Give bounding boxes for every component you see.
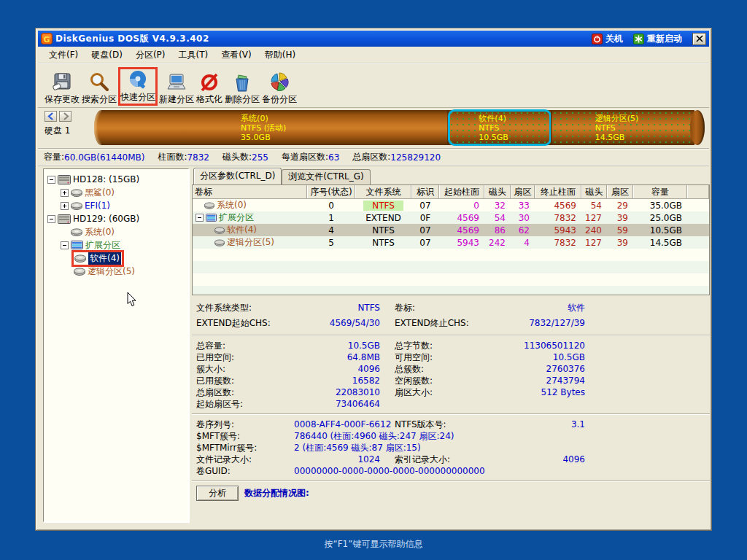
save-changes-button[interactable]: 保存更改 (44, 70, 80, 106)
segment-size: 10.5GB (479, 133, 521, 142)
cell-seq: 5 (307, 236, 355, 249)
detail-value: NTFS (294, 300, 380, 316)
tree-item-hd128[interactable]: HD128: (15GB) (44, 173, 188, 186)
tree-item-label: 黑鲨(0) (85, 187, 115, 199)
delete-partition-icon (231, 71, 254, 93)
detail-value: 73406464 (294, 398, 380, 410)
col-filesystem[interactable]: 文件系统 (355, 185, 411, 198)
section-divider (192, 413, 710, 415)
backup-partition-button[interactable]: 备份分区 (261, 70, 298, 106)
col-end-cyl[interactable]: 终止柱面 (535, 185, 581, 198)
col-start-sector[interactable]: 扇区 (511, 185, 535, 198)
col-filler (687, 185, 709, 198)
tree-item-heisha[interactable]: 黑鲨(0) (44, 186, 188, 199)
capacity-label: 容量: (44, 151, 64, 163)
col-start-head[interactable]: 磁头 (484, 185, 511, 198)
close-button[interactable] (692, 33, 706, 45)
cell-capacity: 14.5GB (633, 236, 687, 249)
detail-label: 已用空间: (196, 351, 294, 363)
partition-icon (74, 268, 85, 276)
segment-size: 14.5GB (595, 133, 652, 142)
detail-label: 文件记录大小: (196, 454, 294, 465)
cell-fs: EXTEND (355, 211, 411, 224)
detail-value: 10.5GB (294, 340, 380, 351)
detail-value: 0008-AFF4-000F-6612 (294, 419, 391, 430)
partition-icon (74, 254, 86, 262)
search-partition-icon (88, 71, 111, 93)
partition-icon (71, 202, 82, 210)
cell-id: 07 (411, 199, 439, 211)
quick-partition-button[interactable]: 快速分区 (118, 67, 158, 106)
col-id[interactable]: 标识 (411, 185, 439, 198)
disk-segment-system[interactable]: 系统(0) NTFS (活动) 35.0GB (101, 110, 447, 145)
table-row-system[interactable]: 系统(0) 0 NTFS 07 0 32 33 4569 54 29 35.0G… (193, 199, 709, 211)
tab-browse-files[interactable]: 浏览文件(CTRL_G) (282, 169, 370, 184)
expand-toggle-icon[interactable] (61, 189, 69, 197)
detail-value: 786440 (柱面:4960 磁头:247 扇区:24) (294, 430, 454, 442)
arrow-right-icon (62, 112, 69, 120)
tree-item-software[interactable]: 软件(4) (44, 252, 188, 265)
new-partition-button[interactable]: 新建分区 (158, 70, 195, 106)
menu-file[interactable]: 文件(F) (42, 47, 85, 63)
restart-button[interactable]: 重新启动 (633, 33, 682, 45)
collapse-toggle-icon[interactable] (61, 241, 69, 249)
cell-start-head: 54 (484, 211, 511, 224)
cell-end-sector: 39 (607, 236, 633, 249)
detail-label: 空闲簇数: (395, 375, 433, 386)
tree-item-system[interactable]: 系统(0) (44, 225, 188, 238)
collapse-toggle-icon[interactable] (47, 215, 55, 223)
col-start-cyl[interactable]: 起始柱面 (439, 185, 484, 198)
delete-partition-button[interactable]: 删除分区 (224, 70, 260, 106)
detail-value: 4096 (294, 363, 380, 375)
menu-partition[interactable]: 分区(P) (129, 47, 172, 63)
next-disk-button[interactable] (59, 111, 71, 122)
table-row-software-selected[interactable]: 软件(4) 4 NTFS 07 4569 86 62 5943 240 59 1… (193, 224, 709, 236)
col-seq-status[interactable]: 序号(状态) (307, 185, 355, 198)
detail-value: 11306501120 (452, 340, 585, 351)
tree-item-hd129[interactable]: HD129: (60GB) (44, 212, 188, 225)
col-capacity[interactable]: 容量 (633, 185, 687, 198)
restart-icon (633, 34, 644, 44)
menu-tools[interactable]: 工具(T) (171, 47, 214, 63)
table-row-extended[interactable]: 扩展分区 1 EXTEND 0F 4569 54 30 7832 127 39 … (193, 211, 709, 224)
collapse-toggle-icon[interactable] (47, 176, 55, 184)
partition-icon (214, 227, 225, 234)
table-row-logical[interactable]: 逻辑分区(5) 5 NTFS 07 5943 242 4 7832 127 39… (193, 236, 709, 249)
cell-name: 逻辑分区(5) (227, 236, 274, 249)
disk-segment-logical[interactable]: 逻辑分区(5) NTFS 14.5GB (551, 110, 694, 145)
title-bar[interactable]: G DiskGenius DOS版 V4.9.3.402 关机 重新启动 (38, 31, 709, 47)
detail-value: 10.5GB (452, 351, 585, 363)
col-volume-label[interactable]: 卷标 (193, 185, 307, 198)
cell-fs-active: NTFS (363, 201, 403, 211)
disk-segment-software[interactable]: 软件(4) NTFS 10.5GB (447, 110, 551, 145)
search-partition-button[interactable]: 搜索分区 (81, 70, 117, 106)
cell-end-sector: 39 (607, 211, 633, 224)
cell-end-sector: 59 (607, 224, 633, 236)
col-end-sector[interactable]: 扇区 (607, 185, 633, 198)
allocation-map-label: 数据分配情况图: (244, 487, 309, 499)
col-end-head[interactable]: 磁头 (581, 185, 607, 198)
detail-value: 7832/127/39 (452, 316, 585, 331)
tree-item-logical[interactable]: 逻辑分区(5) (44, 265, 188, 278)
menu-help[interactable]: 帮助(H) (258, 47, 302, 63)
format-button[interactable]: 格式化 (196, 70, 223, 106)
tab-partition-params[interactable]: 分区参数(CTRL_D) (193, 168, 282, 184)
backup-partition-icon (268, 71, 291, 93)
analyze-button[interactable]: 分析 (196, 486, 239, 501)
cell-start-sector: 4 (511, 236, 535, 249)
menu-disk[interactable]: 硬盘(D) (85, 47, 129, 63)
prev-disk-button[interactable] (44, 111, 57, 122)
quick-partition-label: 快速分区 (120, 91, 155, 104)
collapse-toggle-icon[interactable] (196, 214, 204, 222)
tree-item-efi[interactable]: EFI(1) (44, 199, 188, 212)
menu-view[interactable]: 查看(V) (214, 47, 258, 63)
shutdown-button[interactable]: 关机 (592, 33, 623, 45)
expand-toggle-icon[interactable] (61, 202, 69, 210)
restart-label: 重新启动 (647, 33, 682, 45)
tree-item-label: 软件(4) (88, 252, 121, 265)
window-title: DiskGenius DOS版 V4.9.3.402 (55, 33, 581, 45)
segment-name: 系统(0) (241, 114, 308, 123)
disk-label: 硬盘 1 (44, 125, 91, 137)
cell-capacity: 35.0GB (633, 199, 687, 211)
detail-value: 2743794 (452, 375, 585, 386)
